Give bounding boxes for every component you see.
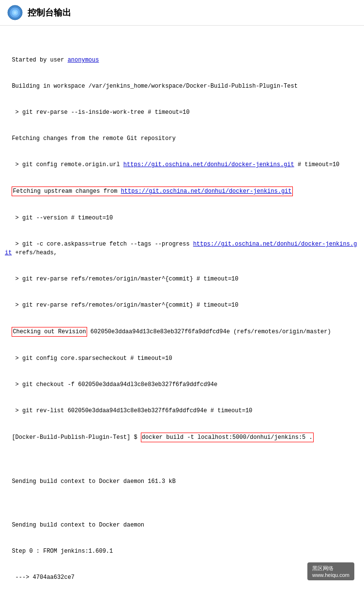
started-line: Started by user anonymous: [12, 57, 99, 63]
building-line: Building in workspace /var/jenkins_home/…: [12, 83, 298, 90]
git-url-link-2[interactable]: https://git.oschina.net/donhui/docker-je…: [121, 188, 292, 195]
git-url-link-3[interactable]: https://git.oschina.net/donhui/docker-je…: [5, 241, 357, 256]
page-title: 控制台输出: [28, 7, 71, 18]
docker-build-line: [Docker-Build-Publish-Plugin-Test] $ doc…: [12, 434, 313, 441]
console-output: Started by user anonymous Building in wo…: [0, 26, 364, 590]
watermark: 黑区网络www.heiqu.com: [307, 562, 354, 580]
checking-out-line: Checking out Revision 602050e3ddaa94d13c…: [12, 328, 331, 335]
page-header: 控制台输出: [0, 0, 364, 26]
git-url-link-1[interactable]: https://git.oschina.net/donhui/docker-je…: [123, 161, 294, 168]
console-icon: [7, 5, 23, 20]
svg-point-3: [14, 11, 16, 14]
anonymous-link[interactable]: anonymous: [68, 57, 99, 63]
fetching-upstream-line: Fetching upstream changes from https://g…: [12, 188, 292, 195]
